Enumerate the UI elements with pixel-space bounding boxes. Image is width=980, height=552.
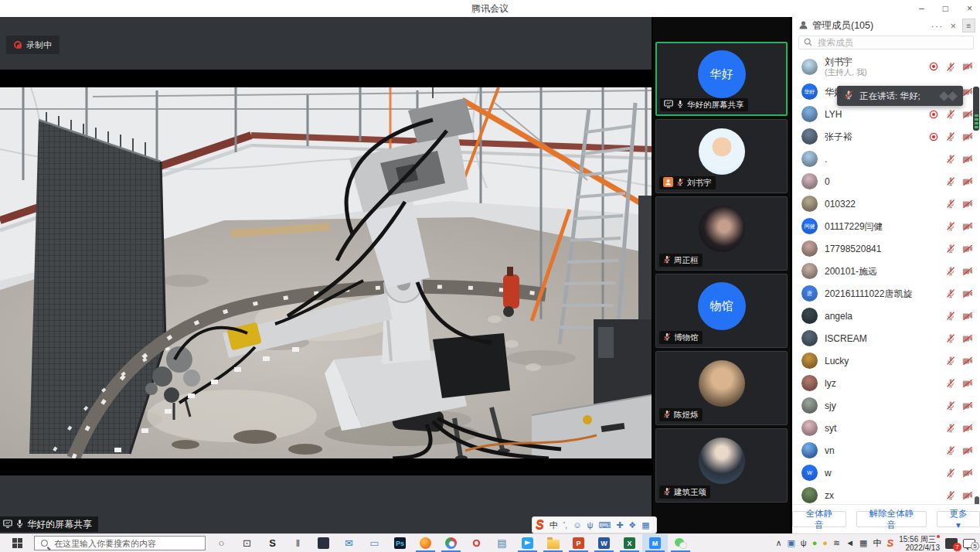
member-row[interactable]: 唐202161111022唐凯旋 <box>792 282 980 305</box>
taskbar-search-box[interactable] <box>34 536 206 550</box>
coin-tray-icon[interactable]: ● <box>822 539 828 547</box>
member-search-box[interactable] <box>798 36 974 49</box>
muted-mic-icon[interactable] <box>945 199 956 210</box>
snip-tool-icon[interactable]: ▣ <box>787 539 795 547</box>
member-row[interactable]: 200101-施远 <box>792 260 980 282</box>
taskbar-app-powerpoint[interactable]: P <box>566 534 591 552</box>
panel-handle-button[interactable]: ≡ <box>962 19 975 32</box>
video-thumbnail-6[interactable]: 建筑王颂 <box>655 428 788 503</box>
member-row[interactable]: . <box>792 148 980 170</box>
member-search-input[interactable] <box>816 37 968 48</box>
camera-off-icon[interactable] <box>962 445 973 456</box>
muted-mic-icon[interactable] <box>945 61 956 72</box>
taskbar-app-cortana[interactable]: ○ <box>209 534 234 552</box>
member-row[interactable]: ISCREAM <box>792 327 980 349</box>
muted-mic-icon[interactable] <box>945 154 956 165</box>
restore-button[interactable]: □ <box>943 0 948 17</box>
taskbar-app-mail[interactable]: ✉ <box>336 534 362 552</box>
muted-mic-icon[interactable] <box>945 288 956 299</box>
panel-more-button[interactable]: ··· <box>931 20 943 32</box>
taskbar-app-firefox[interactable] <box>413 534 438 552</box>
member-row[interactable]: 闫健01117229闫健 <box>792 215 980 237</box>
member-row[interactable]: angela <box>792 305 980 327</box>
muted-mic-icon[interactable] <box>945 378 956 389</box>
taskbar-app-feishu[interactable] <box>515 534 540 552</box>
taskbar-app-file-explorer[interactable] <box>540 534 566 552</box>
member-row[interactable]: 0 <box>792 170 980 193</box>
muted-mic-icon[interactable] <box>945 176 956 187</box>
taskbar-app-wechat[interactable] <box>668 534 693 552</box>
camera-off-icon[interactable] <box>962 154 973 165</box>
camera-off-icon[interactable] <box>962 288 973 299</box>
wechat-tray-icon[interactable]: ● <box>812 539 818 547</box>
minimize-button[interactable]: – <box>919 0 924 17</box>
camera-off-icon[interactable] <box>962 109 973 120</box>
member-row[interactable]: syt <box>792 417 980 439</box>
camera-off-icon[interactable] <box>962 266 973 277</box>
unmute-all-button[interactable]: 解除全体静音 <box>856 511 927 527</box>
taskbar-app-task-view[interactable]: ⊡ <box>234 534 260 552</box>
ime-voice-icon[interactable]: ψ <box>587 517 593 533</box>
muted-mic-icon[interactable] <box>945 266 956 277</box>
volume-icon[interactable]: ◄ <box>846 539 854 547</box>
camera-off-icon[interactable] <box>962 490 973 501</box>
camera-off-icon[interactable] <box>962 378 973 389</box>
ime-lang-icon[interactable]: 中 <box>550 517 558 533</box>
taskbar-app-pc-manager[interactable]: ▤ <box>489 534 515 552</box>
action-center-icon[interactable]: 5 <box>963 539 975 548</box>
member-row[interactable]: 010322 <box>792 193 980 215</box>
video-thumbnail-4[interactable]: 物馆博物馆 <box>655 274 788 348</box>
video-thumbnail-2[interactable]: 刘书宇 <box>655 119 788 193</box>
taskbar-clock[interactable]: 15:56 周三 2022/4/13 <box>899 535 940 552</box>
camera-off-icon[interactable] <box>962 468 973 479</box>
taskbar-app-app-bars[interactable]: ‖ <box>285 534 311 552</box>
member-row[interactable]: Lucky <box>792 349 980 372</box>
hidden-icons-icon[interactable]: ∧ <box>775 539 781 547</box>
taskbar-app-app-dark[interactable] <box>311 534 336 552</box>
muted-mic-icon[interactable] <box>945 311 956 322</box>
muted-mic-icon[interactable] <box>945 109 956 120</box>
taskbar-app-opera[interactable]: O <box>464 534 489 552</box>
camera-off-icon[interactable] <box>962 199 973 210</box>
camera-off-icon[interactable] <box>962 221 973 232</box>
wifi-icon[interactable]: ≋ <box>833 539 840 547</box>
muted-mic-icon[interactable] <box>945 468 956 479</box>
camera-off-icon[interactable] <box>962 400 973 411</box>
taskbar-app-sogou-s[interactable]: S <box>260 534 285 552</box>
muted-mic-icon[interactable] <box>945 244 956 254</box>
close-button[interactable]: × <box>967 0 972 17</box>
sogou-tray-icon[interactable]: S <box>887 537 894 549</box>
member-row[interactable]: vn <box>792 439 980 462</box>
mute-all-button[interactable]: 全体静音 <box>792 511 846 527</box>
muted-mic-icon[interactable] <box>945 400 956 411</box>
ime-keyboard-icon[interactable]: ⌨ <box>598 517 611 533</box>
lang-indicator-icon[interactable]: 中 <box>873 539 882 547</box>
ime-emoji-icon[interactable]: ☺ <box>573 517 581 533</box>
camera-off-icon[interactable] <box>962 244 973 254</box>
muted-mic-icon[interactable] <box>945 423 956 434</box>
ime-skin-icon[interactable]: ❖ <box>628 517 636 533</box>
muted-mic-icon[interactable] <box>945 445 956 456</box>
video-thumbnail-5[interactable]: 陈煜烁 <box>655 351 788 425</box>
camera-off-icon[interactable] <box>962 423 973 434</box>
ime-tools-icon[interactable]: ✚ <box>616 517 623 533</box>
member-row[interactable]: 刘书宇(主持人, 我) <box>792 53 980 80</box>
video-thumbnail-3[interactable]: 周正桓 <box>655 196 788 271</box>
video-thumbnail-1[interactable]: 华好华好的屏幕共享 <box>655 42 788 116</box>
muted-mic-icon[interactable] <box>945 131 956 142</box>
taskbar-app-remote-monitor[interactable]: ▭ <box>362 534 387 552</box>
panel-close-button[interactable]: × <box>950 20 956 32</box>
member-row[interactable]: lyz <box>792 372 980 394</box>
more-button[interactable]: 更多 ▾ <box>937 511 980 527</box>
microphone-tray-icon[interactable]: ψ <box>801 539 807 547</box>
taskbar-app-photoshop[interactable]: Ps <box>387 534 413 552</box>
muted-mic-icon[interactable] <box>945 221 956 232</box>
notification-icon[interactable]: 7 <box>945 538 958 549</box>
sogou-logo-icon[interactable]: S <box>536 517 544 533</box>
member-row[interactable]: zx <box>792 484 980 504</box>
member-list[interactable]: 刘书宇(主持人, 我)华好华好LYH张子裕.0010322闫健01117229闫… <box>792 53 980 504</box>
muted-mic-icon[interactable] <box>945 490 956 501</box>
camera-off-icon[interactable] <box>962 176 973 187</box>
muted-mic-icon[interactable] <box>945 333 956 344</box>
taskbar-app-tencent-meeting[interactable]: M <box>642 534 668 552</box>
